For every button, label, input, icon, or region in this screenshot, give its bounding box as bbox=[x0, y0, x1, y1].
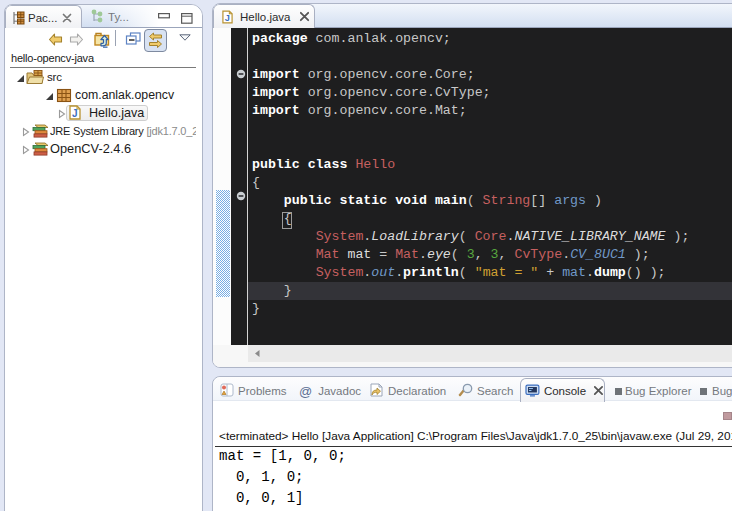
svg-text:J: J bbox=[72, 108, 78, 119]
svg-text:J: J bbox=[225, 12, 230, 22]
